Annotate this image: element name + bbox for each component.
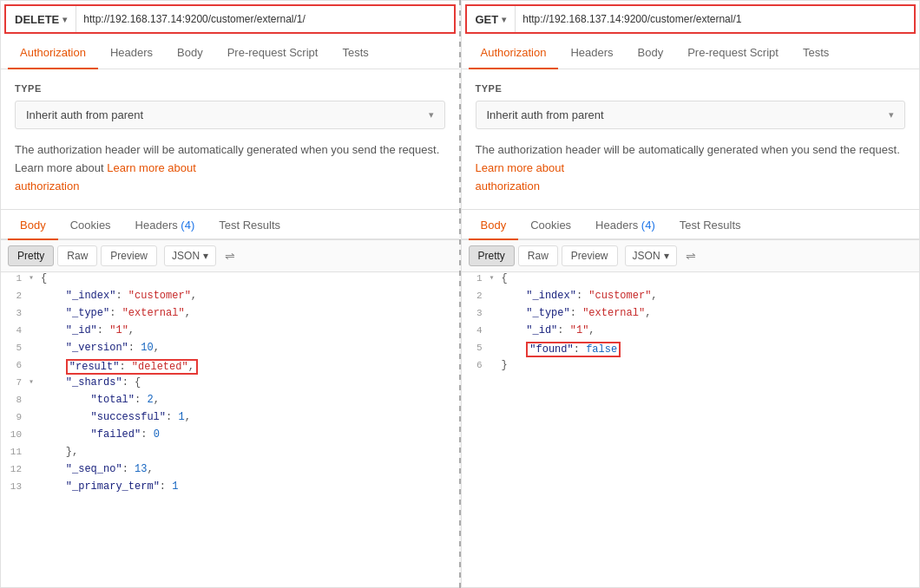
table-row: 12 "_seq_no": 13, xyxy=(1,463,459,480)
left-auth-text: The authorization header will be automat… xyxy=(15,143,439,156)
left-auth-link1-text[interactable]: Learn more about xyxy=(107,161,196,174)
right-auth-section: TYPE Inherit auth from parent ▾ The auth… xyxy=(462,69,920,210)
left-type-select[interactable]: Inherit auth from parent ▾ xyxy=(15,101,445,129)
left-auth-link2[interactable]: authorization xyxy=(15,180,79,193)
table-row: 5 "found": false xyxy=(462,342,920,359)
left-headers-badge: (4) xyxy=(181,219,194,232)
table-row: 6 "result": "deleted", xyxy=(1,359,459,376)
left-wrap-icon[interactable]: ⇌ xyxy=(225,249,235,263)
right-code-view[interactable]: 1 ▾ { 2 "_index": "customer", 3 "_type":… xyxy=(462,272,920,587)
left-format-type[interactable]: JSON ▾ xyxy=(164,245,216,266)
table-row: 4 "_id": "1", xyxy=(1,324,459,342)
right-type-value: Inherit auth from parent xyxy=(487,108,604,121)
right-auth-text: The authorization header will be automat… xyxy=(476,143,900,156)
table-row: 1 ▾ { xyxy=(1,272,459,290)
table-row: 13 "_primary_term": 1 xyxy=(1,480,459,498)
table-row: 2 "_index": "customer", xyxy=(462,290,920,307)
table-row: 3 "_type": "external", xyxy=(462,307,920,324)
left-format-type-label: JSON xyxy=(172,250,200,262)
left-response-tab-testresults[interactable]: Test Results xyxy=(207,212,292,240)
right-wrap-icon[interactable]: ⇌ xyxy=(686,249,696,263)
right-method-label: GET xyxy=(476,13,499,26)
left-format-raw[interactable]: Raw xyxy=(57,245,97,266)
left-type-chevron-icon: ▾ xyxy=(429,109,434,121)
left-auth-description: The authorization header will be automat… xyxy=(15,141,445,195)
right-auth-description: The authorization header will be automat… xyxy=(476,141,906,195)
left-code-view[interactable]: 1 ▾ { 2 "_index": "customer", 3 "_type":… xyxy=(1,272,459,587)
right-tab-authorization[interactable]: Authorization xyxy=(469,37,559,69)
right-url-input[interactable] xyxy=(516,13,914,25)
right-panel: GET ▾ Authorization Headers Body Pre-req… xyxy=(461,0,921,588)
right-format-raw[interactable]: Raw xyxy=(518,245,558,266)
right-method-chevron-icon: ▾ xyxy=(502,15,506,24)
left-method-button[interactable]: DELETE ▾ xyxy=(6,6,76,32)
right-tab-tests[interactable]: Tests xyxy=(791,37,841,69)
right-url-bar: GET ▾ xyxy=(465,4,917,34)
table-row: 8 "total": 2, xyxy=(1,394,459,411)
left-auth-link1: Learn more about xyxy=(15,161,104,174)
left-url-input[interactable] xyxy=(76,13,453,25)
right-response-tab-body[interactable]: Body xyxy=(469,212,519,240)
left-type-label: TYPE xyxy=(15,83,445,94)
right-method-button[interactable]: GET ▾ xyxy=(467,6,516,32)
left-tab-prerequest[interactable]: Pre-request Script xyxy=(215,37,331,69)
table-row: 3 "_type": "external", xyxy=(1,307,459,324)
table-row: 9 "successful": 1, xyxy=(1,411,459,428)
left-format-chevron-icon: ▾ xyxy=(203,250,208,262)
table-row: 10 "failed": 0 xyxy=(1,428,459,446)
right-auth-link2[interactable]: authorization xyxy=(476,180,540,193)
left-format-preview[interactable]: Preview xyxy=(101,245,157,266)
table-row: 7 ▾ "_shards": { xyxy=(1,376,459,394)
right-tab-prerequest[interactable]: Pre-request Script xyxy=(675,37,791,69)
left-tab-body[interactable]: Body xyxy=(165,37,215,69)
right-type-select[interactable]: Inherit auth from parent ▾ xyxy=(476,101,906,129)
left-method-chevron-icon: ▾ xyxy=(62,15,67,24)
right-format-preview[interactable]: Preview xyxy=(562,245,618,266)
table-row: 6 } xyxy=(462,359,920,376)
right-format-bar: Pretty Raw Preview JSON ▾ ⇌ xyxy=(462,240,920,272)
left-tab-headers[interactable]: Headers xyxy=(98,37,165,69)
left-format-bar: Pretty Raw Preview JSON ▾ ⇌ xyxy=(1,240,459,272)
left-response-tab-body[interactable]: Body xyxy=(8,212,58,240)
right-tabs-row: Authorization Headers Body Pre-request S… xyxy=(462,37,920,69)
left-tab-authorization[interactable]: Authorization xyxy=(8,37,98,69)
right-tab-body[interactable]: Body xyxy=(626,37,676,69)
left-tab-tests[interactable]: Tests xyxy=(330,37,380,69)
right-response-tab-cookies[interactable]: Cookies xyxy=(518,212,583,240)
table-row: 2 "_index": "customer", xyxy=(1,290,459,307)
left-type-value: Inherit auth from parent xyxy=(26,108,143,121)
right-format-type[interactable]: JSON ▾ xyxy=(625,245,677,266)
right-type-label: TYPE xyxy=(476,83,906,94)
right-format-pretty[interactable]: Pretty xyxy=(469,245,515,266)
left-tabs-row: Authorization Headers Body Pre-request S… xyxy=(1,37,459,69)
left-response-tab-headers[interactable]: Headers (4) xyxy=(123,212,207,240)
right-response-tab-headers[interactable]: Headers (4) xyxy=(583,212,667,240)
table-row: 5 "_version": 10, xyxy=(1,342,459,359)
right-response-tabs: Body Cookies Headers (4) Test Results xyxy=(462,212,920,240)
left-panel: DELETE ▾ Authorization Headers Body Pre-… xyxy=(0,0,459,588)
right-format-type-label: JSON xyxy=(633,250,660,262)
table-row: 11 }, xyxy=(1,446,459,463)
table-row: 1 ▾ { xyxy=(462,272,920,290)
right-format-chevron-icon: ▾ xyxy=(664,250,669,262)
left-method-label: DELETE xyxy=(15,13,59,26)
left-url-bar: DELETE ▾ xyxy=(4,4,456,34)
right-response-tab-testresults[interactable]: Test Results xyxy=(667,212,753,240)
right-tab-headers[interactable]: Headers xyxy=(558,37,625,69)
left-auth-section: TYPE Inherit auth from parent ▾ The auth… xyxy=(1,69,459,210)
left-response-tab-cookies[interactable]: Cookies xyxy=(58,212,123,240)
table-row: 4 "_id": "1", xyxy=(462,324,920,342)
right-headers-badge: (4) xyxy=(641,219,655,232)
left-response-tabs: Body Cookies Headers (4) Test Results xyxy=(1,212,459,240)
right-type-chevron-icon: ▾ xyxy=(889,109,894,121)
left-format-pretty[interactable]: Pretty xyxy=(8,245,54,266)
right-auth-link1-text[interactable]: Learn more about xyxy=(476,161,565,174)
